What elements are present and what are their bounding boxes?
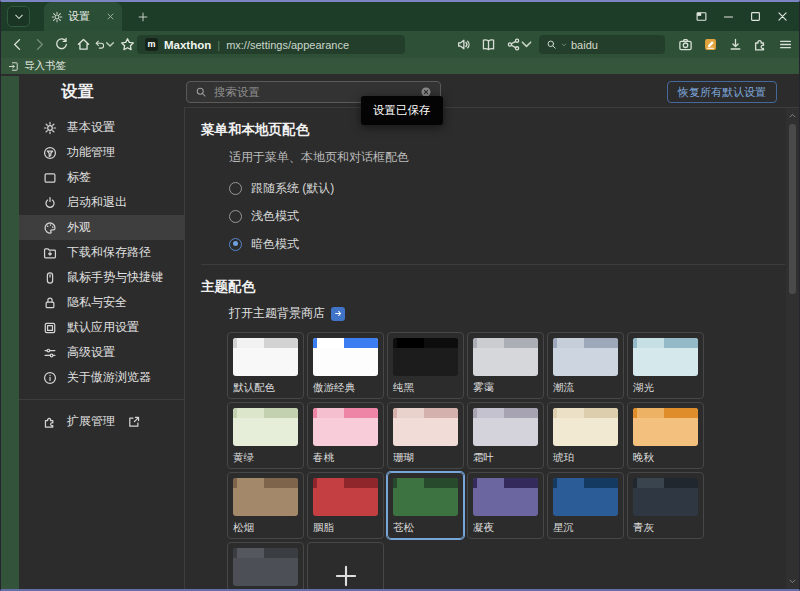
- scrollbar[interactable]: [786, 108, 799, 589]
- theme-tile[interactable]: 苍松: [387, 472, 464, 539]
- theme-store-link[interactable]: 打开主题背景商店: [229, 305, 799, 322]
- caret-down-icon: [561, 42, 567, 48]
- address-bar[interactable]: m Maxthon | mx://settings/appearance: [137, 35, 405, 54]
- theme-swatch: [233, 548, 298, 586]
- theme-label: 春桃: [313, 451, 378, 465]
- theme-tile[interactable]: 胭脂: [307, 472, 384, 539]
- reader-button[interactable]: [478, 34, 499, 56]
- panda-button[interactable]: [3, 121, 17, 135]
- theme-tile[interactable]: 傲游经典: [307, 332, 384, 399]
- back-button[interactable]: [6, 34, 28, 56]
- theme-tile[interactable]: 松烟: [227, 472, 304, 539]
- close-button[interactable]: [771, 6, 793, 28]
- puzzle-button[interactable]: [750, 35, 770, 55]
- note-button[interactable]: [700, 35, 720, 55]
- theme-grid: 默认配色 傲游经典: [227, 332, 710, 589]
- forward-button[interactable]: [28, 34, 50, 56]
- star-button[interactable]: [3, 86, 17, 100]
- theme-label: 胭脂: [313, 521, 378, 535]
- scroll-thumb[interactable]: [789, 124, 796, 294]
- import-bookmark-icon: [8, 61, 19, 72]
- theme-tile[interactable]: 青灰: [627, 472, 704, 539]
- theme-swatch: [393, 338, 458, 376]
- download-button[interactable]: [725, 35, 745, 55]
- swatch-tab: [397, 478, 424, 488]
- theme-tile[interactable]: 暗夜: [227, 542, 304, 589]
- sidebar-item-label: 鼠标手势与快捷键: [67, 269, 163, 286]
- home-icon: [76, 37, 91, 52]
- theme-swatch: [313, 338, 378, 376]
- power-button[interactable]: 启动和退出: [19, 190, 184, 215]
- theme-swatch: [473, 478, 538, 516]
- theme-tile[interactable]: 春桃: [307, 402, 384, 469]
- arrow-right-icon: [334, 309, 343, 318]
- theme-swatch: [633, 408, 698, 446]
- sliders-button[interactable]: 高级设置: [19, 340, 184, 365]
- sidebar-item-label: 高级设置: [67, 344, 115, 361]
- theme-tile[interactable]: [307, 542, 384, 589]
- theme-label: 黄绿: [233, 451, 298, 465]
- restore-defaults-button[interactable]: 恢复所有默认设置: [667, 81, 777, 103]
- lock-button[interactable]: 隐私与安全: [19, 290, 184, 315]
- features-button[interactable]: 功能管理: [19, 140, 184, 165]
- tab-settings[interactable]: 设置: [44, 2, 122, 31]
- theme-tile[interactable]: 纯黑: [387, 332, 464, 399]
- home-button[interactable]: [72, 34, 94, 56]
- theme-tile[interactable]: 雾霭: [467, 332, 544, 399]
- quick-search-box[interactable]: baidu: [539, 35, 665, 54]
- star-button[interactable]: [116, 34, 138, 56]
- theme-tile[interactable]: 黄绿: [227, 402, 304, 469]
- tab-title: 设置: [68, 9, 101, 24]
- theme-tile[interactable]: 星沉: [547, 472, 624, 539]
- store-badge: [331, 307, 345, 321]
- minimize-button[interactable]: [717, 6, 739, 28]
- info-button[interactable]: 关于傲游浏览器: [19, 365, 184, 390]
- scroll-down-icon[interactable]: [788, 577, 797, 586]
- theme-tile[interactable]: 默认配色: [227, 332, 304, 399]
- radio-option[interactable]: 暗色模式: [229, 230, 799, 258]
- theme-label: 珊瑚: [393, 451, 458, 465]
- radio-option[interactable]: 跟随系统 (默认): [229, 174, 799, 202]
- read-aloud-button[interactable]: [453, 34, 474, 56]
- import-bookmarks-item[interactable]: 导入书签: [24, 59, 66, 73]
- mouse-button[interactable]: 鼠标手势与快捷键: [19, 265, 184, 290]
- theme-label: 松烟: [233, 521, 298, 535]
- settings-sidebar: 基本设置 功能管理 标签 启动和退出: [19, 107, 184, 589]
- radio-option[interactable]: 浅色模式: [229, 202, 799, 230]
- swatch-tab: [637, 408, 664, 418]
- theme-label: 霜叶: [473, 451, 538, 465]
- swatch-tab: [557, 478, 584, 488]
- share-button[interactable]: [503, 34, 537, 56]
- camera-button[interactable]: [675, 35, 695, 55]
- layout-button[interactable]: [690, 6, 712, 28]
- download-folder-button[interactable]: 下载和保存路径: [19, 240, 184, 265]
- theme-tile[interactable]: 琥珀: [547, 402, 624, 469]
- theme-tile[interactable]: 潮流: [547, 332, 624, 399]
- theme-tile[interactable]: 凝夜: [467, 472, 544, 539]
- tab-icon: [43, 171, 57, 185]
- gear-button[interactable]: [3, 156, 17, 170]
- undo-button[interactable]: [94, 34, 116, 56]
- features-icon: [43, 146, 57, 160]
- bookmarks-bar: 导入书签: [1, 58, 799, 74]
- theme-tile[interactable]: 晚秋: [627, 402, 704, 469]
- app-button[interactable]: 默认应用设置: [19, 315, 184, 340]
- refresh-button[interactable]: [50, 34, 72, 56]
- sidebar-item-extensions[interactable]: 扩展管理: [19, 409, 184, 434]
- palette-button[interactable]: 外观: [19, 215, 184, 240]
- theme-tile[interactable]: 湖光: [627, 332, 704, 399]
- tab-close-icon[interactable]: [106, 12, 115, 21]
- settings-content: 菜单和本地页配色 适用于菜单、本地页和对话框配色 跟随系统 (默认) 浅色模式: [185, 107, 799, 589]
- menu-button[interactable]: [775, 35, 795, 55]
- gear-button[interactable]: 基本设置: [19, 115, 184, 140]
- section-subtitle: 适用于菜单、本地页和对话框配色: [229, 149, 799, 166]
- new-tab-button[interactable]: [133, 7, 153, 27]
- tab-list-button[interactable]: [7, 6, 30, 27]
- tab-button[interactable]: 标签: [19, 165, 184, 190]
- scroll-up-icon[interactable]: [788, 111, 797, 120]
- maximize-button[interactable]: [744, 6, 766, 28]
- section-divider: [201, 264, 785, 265]
- theme-tile[interactable]: 珊瑚: [387, 402, 464, 469]
- theme-tile[interactable]: 霜叶: [467, 402, 544, 469]
- sidebar-list: 基本设置 功能管理 标签 启动和退出: [19, 115, 184, 390]
